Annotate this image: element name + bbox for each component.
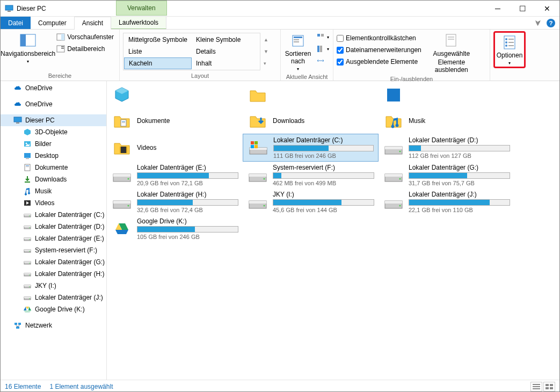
sidebar-item[interactable]: JKY (I:) [1,280,106,292]
preview-pane-button[interactable]: Vorschaufenster [54,31,116,43]
sidebar-item[interactable]: Videos [1,197,106,209]
view-tiles-button[interactable] [543,382,555,391]
folder-tile[interactable]: Musik [379,108,514,134]
sidebar-item[interactable]: Google Drive (K:) [1,303,106,315]
sort-by-button[interactable]: Sortieren nach ▾ [284,31,312,72]
layout-medium-icons[interactable]: Mittelgroße Symbole [124,34,192,46]
view-details-button[interactable] [530,382,542,391]
sidebar-item[interactable]: Downloads [1,173,106,185]
ribbon-tabs: Datei Computer Ansicht Laufwerktools ⮟ ? [1,17,559,30]
options-button[interactable]: Optionen ▾ [493,31,526,68]
help-icon[interactable]: ? [547,19,555,27]
sidebar-item-icon [23,199,32,207]
svg-point-135 [399,205,401,207]
hidden-items-toggle[interactable]: Ausgeblendete Elemente [337,56,421,68]
sidebar-item[interactable]: System-reserviert (F:) [1,244,106,256]
sidebar-item-icon [23,234,32,243]
drive-tile[interactable]: Lokaler Datenträger (E:)20,9 GB frei von… [107,162,243,188]
drive-tile[interactable]: Lokaler Datenträger (D:)112 GB frei von … [379,134,514,162]
svg-point-132 [264,205,265,207]
sidebar-network[interactable]: Netzwerk [1,320,106,331]
sidebar-item[interactable]: Musik [1,185,106,197]
tab-laufwerktools[interactable]: Laufwerktools [111,17,166,29]
drive-tile[interactable]: System-reserviert (F:)462 MB frei von 49… [243,162,379,188]
sidebar-item[interactable]: Lokaler Datenträger (C:) [1,209,106,221]
maximize-button[interactable]: ☐ [510,1,535,17]
ribbon-minimize-icon[interactable]: ⮟ [535,19,541,27]
folder-tile[interactable]: Videos [107,134,243,162]
svg-rect-53 [508,45,514,46]
drive-capacity-bar [273,199,374,206]
svg-point-120 [128,178,129,180]
folder-tile[interactable] [107,82,243,108]
minimize-button[interactable]: ─ [485,1,510,17]
drive-tile[interactable]: Lokaler Datenträger (H:)32,6 GB frei von… [107,188,243,215]
sort-icon [289,32,307,49]
navigation-pane[interactable]: OneDrive OneDrive Dieser PC 3D-ObjekteBi… [1,81,107,380]
layout-details[interactable]: Details [192,46,259,57]
folder-tile[interactable]: Dokumente [107,108,243,134]
folder-tile[interactable]: Downloads [243,108,379,134]
sidebar-onedrive-2[interactable]: OneDrive [1,98,106,110]
group-by-button[interactable]: ▾ [314,31,331,43]
navigation-pane-button[interactable]: Navigationsbereich ▾ [4,31,52,65]
group-label-layout: Layout [123,71,277,81]
drive-icon [384,140,403,155]
sidebar-item[interactable]: Dokumente [1,162,106,173]
sidebar-onedrive-1[interactable]: OneDrive [1,82,106,94]
manage-context-tab[interactable]: Verwalten [116,1,167,16]
layout-list[interactable]: Liste [124,46,192,57]
add-columns-button[interactable]: ▾ [314,43,331,55]
detail-pane-button[interactable]: Detailbereich [54,43,116,55]
close-button[interactable]: ✕ [535,1,559,17]
svg-rect-146 [550,387,553,389]
blue-square-icon [384,85,403,105]
drive-name: Google Drive (K:) [137,217,238,225]
tab-computer[interactable]: Computer [31,17,75,29]
content-pane[interactable]: DokumenteDownloadsMusik VideosLokaler Da… [107,81,559,380]
layout-scroll-up[interactable]: ▲ [264,37,268,42]
layout-small-icons[interactable]: Kleine Symbole [192,34,259,46]
drive-free-text: 31,7 GB frei von 75,7 GB [409,180,510,186]
layout-expand[interactable]: ▾ [264,61,268,66]
svg-marker-139 [115,230,128,234]
layout-content[interactable]: Inhalt [192,57,259,69]
sidebar-item[interactable]: 3D-Objekte [1,126,106,138]
drive-tile[interactable]: Lokaler Datenträger (J:)22,1 GB frei von… [379,188,514,215]
drive-icon [384,194,403,209]
sidebar-item[interactable]: Lokaler Datenträger (G:) [1,256,106,268]
layout-scroll-down[interactable]: ▼ [264,49,268,54]
drive-tile[interactable]: JKY (I:)45,6 GB frei von 144 GB [243,188,379,215]
svg-point-50 [505,41,507,43]
sidebar-this-pc[interactable]: Dieser PC [1,114,106,126]
layout-tiles[interactable]: Kacheln [124,57,192,69]
svg-point-48 [505,38,507,40]
drive-tile[interactable]: Lokaler Datenträger (G:)31,7 GB frei von… [379,162,514,188]
svg-rect-5 [61,34,64,40]
svg-rect-141 [533,386,540,387]
svg-rect-128 [113,201,130,204]
sidebar-item[interactable]: Lokaler Datenträger (J:) [1,292,106,303]
file-extensions-toggle[interactable]: Dateinamenerweiterungen [337,44,421,56]
drive-tile[interactable]: Google Drive (K:)105 GB frei von 246 GB [107,215,243,242]
hide-selected-button[interactable]: Ausgewählte Elemente ausblenden [424,31,479,75]
sidebar-item[interactable]: Lokaler Datenträger (E:) [1,233,106,244]
sidebar-item[interactable]: Lokaler Datenträger (H:) [1,268,106,280]
sidebar-item-label: Google Drive (K:) [35,306,85,313]
folder-tile[interactable] [243,82,379,108]
sidebar-item[interactable]: Desktop [1,150,106,162]
tab-datei[interactable]: Datei [1,17,31,29]
drive-free-text: 22,1 GB frei von 110 GB [409,207,510,213]
drive-icon [112,194,132,209]
item-checkboxes-toggle[interactable]: Elementkontrollkästchen [337,32,421,44]
tab-ansicht[interactable]: Ansicht [75,17,111,30]
onedrive-icon [13,100,22,108]
folder-tile[interactable] [379,82,514,108]
size-columns-button[interactable] [314,55,331,67]
svg-rect-55 [16,122,19,124]
folder-icon [248,111,267,130]
drive-tile[interactable]: Lokaler Datenträger (C:)111 GB frei von … [243,134,379,162]
sidebar-item[interactable]: Bilder [1,138,106,150]
sidebar-item-icon [23,151,32,160]
sidebar-item[interactable]: Lokaler Datenträger (D:) [1,221,106,233]
